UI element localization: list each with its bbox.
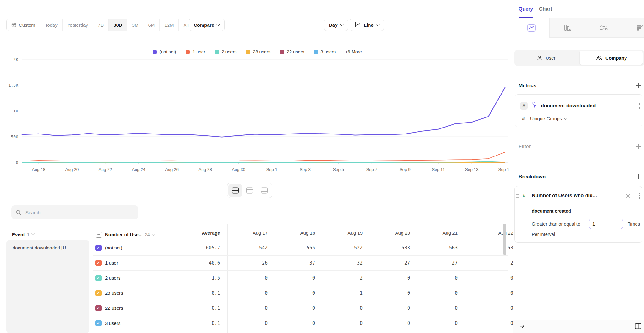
- search-box: [11, 205, 138, 219]
- metric-card[interactable]: [515, 94, 642, 127]
- range-3m[interactable]: 3M: [127, 19, 143, 31]
- drag-handle-icon[interactable]: [516, 194, 519, 198]
- tab-chart[interactable]: Chart: [539, 0, 552, 18]
- row-value: 0: [277, 286, 315, 301]
- legend-item[interactable]: 3 users: [314, 49, 336, 54]
- compare-button[interactable]: Compare: [189, 19, 225, 31]
- row-value: 0: [372, 316, 410, 331]
- chevron-down-icon: [216, 22, 220, 26]
- range-custom[interactable]: Custom: [7, 19, 40, 31]
- legend-item[interactable]: 1 user: [186, 49, 205, 54]
- range-yesterday[interactable]: Yesterday: [62, 19, 93, 31]
- split-panel-icon[interactable]: [635, 323, 641, 329]
- row-checkbox[interactable]: [95, 305, 102, 311]
- add-metric-button[interactable]: [636, 83, 641, 88]
- times-value-input[interactable]: [589, 219, 623, 229]
- add-filter-button[interactable]: [636, 144, 641, 149]
- range-30d[interactable]: 30D: [108, 19, 127, 31]
- metric-menu-icon[interactable]: [638, 102, 641, 110]
- chart-type-line-tab[interactable]: [513, 18, 549, 38]
- series-line: [22, 152, 505, 161]
- row-value: 0: [230, 286, 268, 301]
- svg-text:Sep 15: Sep 15: [498, 167, 509, 172]
- breakdown-per-label[interactable]: Per Interval: [532, 232, 555, 237]
- chart-type-flow-tab[interactable]: [586, 18, 622, 38]
- date-column-header[interactable]: Aug 19: [325, 227, 363, 239]
- svg-text:Sep 13: Sep 13: [465, 167, 479, 172]
- row-checkbox[interactable]: [95, 245, 102, 251]
- date-column-header[interactable]: Aug 20: [372, 227, 410, 239]
- chart-type-bar-tab[interactable]: [549, 18, 586, 38]
- date-range-group: CustomTodayYesterday7D30D3M6M12MXTD: [6, 19, 203, 31]
- row-value: 522: [325, 240, 363, 255]
- date-column-header[interactable]: Aug 21: [420, 227, 458, 239]
- close-icon[interactable]: [626, 194, 630, 198]
- layout-chart-only-button[interactable]: [243, 184, 257, 197]
- legend-label: 3 users: [321, 49, 336, 54]
- chevron-down-icon: [340, 22, 343, 26]
- row-value: 32: [325, 255, 363, 270]
- company-icon: [595, 55, 602, 61]
- legend-item[interactable]: 2 users: [215, 49, 237, 54]
- table-scrollbar[interactable]: [503, 224, 506, 255]
- legend-label: (not set): [159, 49, 176, 54]
- frozen-column-divider: [227, 224, 228, 333]
- row-label: 28 users: [105, 286, 123, 301]
- range-6m[interactable]: 6M: [143, 19, 159, 31]
- row-checkbox[interactable]: [95, 320, 102, 326]
- row-value: 533: [372, 240, 410, 255]
- legend-item[interactable]: (not set): [153, 49, 176, 54]
- chart-type-dropdown[interactable]: Line: [350, 19, 384, 31]
- range-today[interactable]: Today: [40, 19, 62, 31]
- breakdown-menu-icon[interactable]: [638, 192, 641, 200]
- series-header-label: Number of Use...: [105, 232, 142, 237]
- row-value: 0: [277, 316, 315, 331]
- row-value: 1: [325, 286, 363, 301]
- row-value: 27: [420, 255, 458, 270]
- collapse-panel-icon[interactable]: [520, 324, 526, 329]
- aggregation-dropdown[interactable]: Unique Groups: [530, 116, 567, 121]
- tab-query[interactable]: Query: [519, 0, 533, 18]
- legend-label: 2 users: [222, 49, 237, 54]
- row-value: 2: [325, 270, 363, 286]
- event-header-label: Event: [12, 232, 25, 237]
- row-checkbox[interactable]: [95, 290, 102, 296]
- row-average: 0.1: [179, 301, 220, 316]
- search-input[interactable]: [25, 210, 130, 216]
- date-column-header[interactable]: Aug 18: [277, 227, 315, 239]
- range-12m[interactable]: 12M: [159, 19, 178, 31]
- toggle-company[interactable]: Company: [579, 51, 643, 65]
- legend-item[interactable]: 28 users: [246, 49, 270, 54]
- add-breakdown-button[interactable]: [636, 174, 641, 179]
- metric-letter-badge: A: [520, 102, 528, 110]
- analytics-app: CustomTodayYesterday7D30D3M6M12MXTD Comp…: [0, 0, 644, 333]
- interval-dropdown[interactable]: Day: [324, 19, 348, 31]
- metric-name[interactable]: document downloaded: [541, 103, 596, 109]
- row-value: 0: [277, 270, 315, 286]
- row-average: 40.6: [179, 255, 220, 270]
- event-column-header[interactable]: Event 1: [12, 228, 34, 241]
- row-value: 0: [230, 270, 268, 286]
- layout-table-only-button[interactable]: [257, 184, 271, 197]
- legend-more[interactable]: +6 More: [345, 49, 362, 54]
- legend-item[interactable]: 22 users: [280, 49, 304, 54]
- select-all-checkbox[interactable]: [96, 232, 102, 238]
- chart-type-scatter-tab[interactable]: [622, 18, 644, 38]
- date-column-header[interactable]: Aug 22: [475, 227, 513, 239]
- event-cell[interactable]: document downloaded [U...: [6, 240, 89, 333]
- row-average: 0.1: [179, 286, 220, 301]
- row-value: 0: [230, 316, 268, 331]
- line-chart-icon: [355, 22, 361, 28]
- toggle-user[interactable]: User: [514, 51, 578, 65]
- range-7d[interactable]: 7D: [93, 19, 108, 31]
- series-column-header[interactable]: Number of Use... 24: [105, 228, 155, 241]
- date-column-header[interactable]: Aug 17: [230, 227, 268, 239]
- chevron-down-icon: [376, 22, 379, 26]
- svg-text:Sep 3: Sep 3: [300, 167, 311, 172]
- row-label: 22 users: [105, 301, 123, 316]
- row-checkbox[interactable]: [95, 260, 102, 266]
- row-checkbox[interactable]: [95, 275, 102, 281]
- average-column-header[interactable]: Average: [179, 227, 220, 239]
- layout-split-button[interactable]: [228, 184, 242, 197]
- breakdown-condition-label[interactable]: Greater than or equal to: [532, 221, 580, 227]
